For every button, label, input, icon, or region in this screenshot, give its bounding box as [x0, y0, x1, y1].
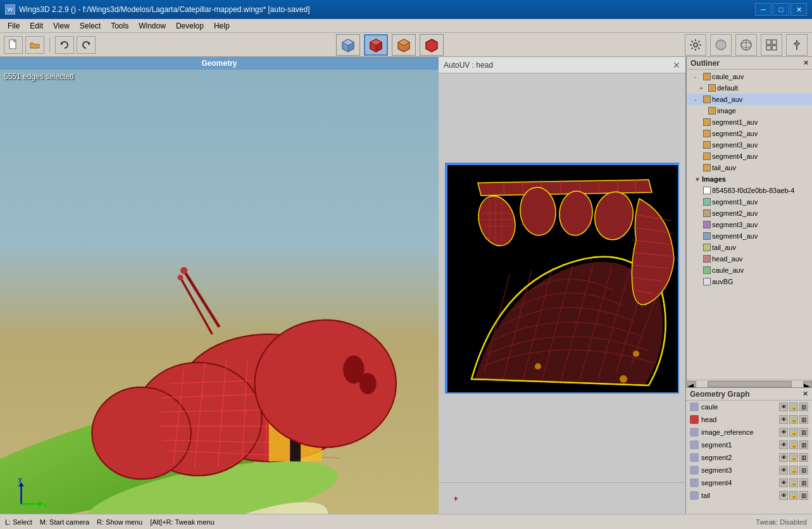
lock-button[interactable]: 🔒: [789, 453, 798, 462]
expand-icon[interactable]: ▼: [694, 176, 702, 183]
geometry-graph-item[interactable]: segment2 👁 🔒 ▥: [686, 451, 812, 464]
shading-button[interactable]: [710, 34, 732, 56]
view-top-button[interactable]: [420, 34, 444, 56]
uv-close-button[interactable]: ✕: [673, 60, 680, 70]
visibility-button[interactable]: 👁: [779, 428, 788, 437]
lock-button[interactable]: 🔒: [789, 478, 798, 487]
view-front-button[interactable]: [364, 34, 388, 56]
lock-button[interactable]: 🔒: [789, 440, 798, 449]
visibility-button[interactable]: 👁: [779, 491, 788, 500]
horizontal-scrollbar[interactable]: [708, 381, 792, 387]
new-file-button[interactable]: [4, 36, 23, 54]
outliner-item[interactable]: segment1_auv: [687, 196, 812, 208]
visibility-button[interactable]: 👁: [779, 453, 788, 462]
geometry-graph-content[interactable]: caule 👁 🔒 ▥ head 👁 🔒 ▥ image_reference 👁…: [686, 401, 812, 514]
outliner-item[interactable]: segment3_auv: [687, 139, 812, 151]
render-button[interactable]: ▥: [799, 491, 808, 500]
geometry-graph-item[interactable]: segment3 👁 🔒 ▥: [686, 464, 812, 476]
lock-button[interactable]: 🔒: [789, 415, 798, 424]
menu-item-view[interactable]: View: [48, 20, 75, 32]
outliner-item[interactable]: - caule_auv: [687, 71, 812, 82]
render-button[interactable]: ▥: [799, 440, 808, 449]
outliner-item[interactable]: ▼ Images: [687, 173, 812, 185]
maximize-button[interactable]: □: [773, 3, 789, 16]
open-file-button[interactable]: [25, 36, 44, 54]
outliner-item[interactable]: head_auv: [687, 253, 812, 264]
item-icon: [708, 84, 716, 92]
outliner-scrollbar[interactable]: ◀ ▶: [687, 380, 812, 387]
render-button[interactable]: ▥: [799, 453, 808, 462]
outliner-content[interactable]: - caule_auv + default - head_auv image s…: [687, 70, 812, 380]
grid-button[interactable]: [761, 34, 782, 56]
menu-bar: FileEditViewSelectToolsWindowDevelopHelp: [0, 19, 812, 33]
geometry-graph-item[interactable]: segment4 👁 🔒 ▥: [686, 476, 812, 489]
tweak-button[interactable]: [786, 34, 808, 56]
lock-button[interactable]: 🔒: [789, 402, 798, 411]
redo-button[interactable]: [77, 36, 96, 54]
visibility-button[interactable]: 👁: [779, 402, 788, 411]
outliner-item[interactable]: segment2_auv: [687, 128, 812, 139]
outliner-item[interactable]: segment1_auv: [687, 116, 812, 128]
uv-main-area[interactable]: [439, 73, 685, 482]
render-button[interactable]: ▥: [799, 402, 808, 411]
minimize-button[interactable]: ─: [755, 3, 771, 16]
outliner-item[interactable]: segment2_auv: [687, 208, 812, 219]
scroll-right-button[interactable]: ▶: [803, 381, 812, 387]
visibility-button[interactable]: 👁: [779, 466, 788, 475]
geom-item-actions: 👁 🔒 ▥: [779, 466, 808, 475]
outliner-item[interactable]: 854583-f0d2e0bb-83aeb-4: [687, 185, 812, 196]
expand-icon[interactable]: +: [699, 85, 707, 92]
outliner-item[interactable]: + default: [687, 82, 812, 94]
outliner-item[interactable]: segment4_auv: [687, 151, 812, 162]
render-button[interactable]: ▥: [799, 415, 808, 424]
render-button[interactable]: ▥: [799, 428, 808, 437]
expand-icon[interactable]: -: [694, 73, 702, 80]
geometry-graph-item[interactable]: image_reference 👁 🔒 ▥: [686, 426, 812, 439]
outliner-item[interactable]: image: [687, 105, 812, 116]
uv-canvas-area[interactable]: [439, 73, 685, 514]
geometry-graph-item[interactable]: segment1 👁 🔒 ▥: [686, 439, 812, 451]
outliner-item[interactable]: segment3_auv: [687, 219, 812, 230]
menu-item-develop[interactable]: Develop: [171, 20, 209, 32]
geometry-graph-item[interactable]: caule 👁 🔒 ▥: [686, 401, 812, 413]
outliner-item[interactable]: - head_auv: [687, 94, 812, 105]
view-perspective-button[interactable]: [336, 34, 360, 56]
menu-item-edit[interactable]: Edit: [25, 20, 48, 32]
lock-button[interactable]: 🔒: [789, 428, 798, 437]
lock-button[interactable]: 🔒: [789, 491, 798, 500]
menu-item-tools[interactable]: Tools: [106, 20, 134, 32]
close-button[interactable]: ✕: [790, 3, 807, 16]
outliner-item[interactable]: tail_auv: [687, 162, 812, 173]
visibility-button[interactable]: 👁: [779, 440, 788, 449]
viewport-left[interactable]: Geometry 5551 edges selected: [0, 57, 439, 514]
undo-button[interactable]: [55, 36, 74, 54]
outliner-item[interactable]: caule_auv: [687, 264, 812, 276]
view-side-button[interactable]: [392, 34, 416, 56]
outliner-close-button[interactable]: ✕: [803, 59, 809, 67]
lock-button[interactable]: 🔒: [789, 466, 798, 475]
visibility-button[interactable]: 👁: [779, 415, 788, 424]
wireframe-button[interactable]: [735, 34, 757, 56]
render-button[interactable]: ▥: [799, 466, 808, 475]
scroll-left-button[interactable]: ◀: [687, 381, 696, 387]
outliner-item[interactable]: segment4_auv: [687, 230, 812, 242]
geometry-graph-item[interactable]: tail 👁 🔒 ▥: [686, 489, 812, 502]
outliner-item[interactable]: auvBG: [687, 276, 812, 287]
geometry-graph-item[interactable]: head 👁 🔒 ▥: [686, 413, 812, 426]
toolbar-separator-1: [49, 37, 50, 53]
svg-point-60: [359, 373, 377, 395]
menu-item-help[interactable]: Help: [209, 20, 235, 32]
window-controls[interactable]: ─ □ ✕: [755, 3, 807, 16]
outliner-item[interactable]: tail_auv: [687, 242, 812, 253]
render-button[interactable]: ▥: [799, 478, 808, 487]
main-content: Geometry 5551 edges selected: [0, 57, 812, 514]
viewport-canvas[interactable]: 5551 edges selected: [0, 70, 439, 514]
expand-icon[interactable]: -: [694, 96, 702, 103]
visibility-button[interactable]: 👁: [779, 478, 788, 487]
settings-button[interactable]: [685, 34, 706, 56]
menu-item-file[interactable]: File: [3, 20, 25, 32]
item-icon: [703, 232, 711, 240]
geometry-graph-close-button[interactable]: ✕: [803, 390, 808, 398]
menu-item-select[interactable]: Select: [75, 20, 106, 32]
menu-item-window[interactable]: Window: [134, 20, 171, 32]
